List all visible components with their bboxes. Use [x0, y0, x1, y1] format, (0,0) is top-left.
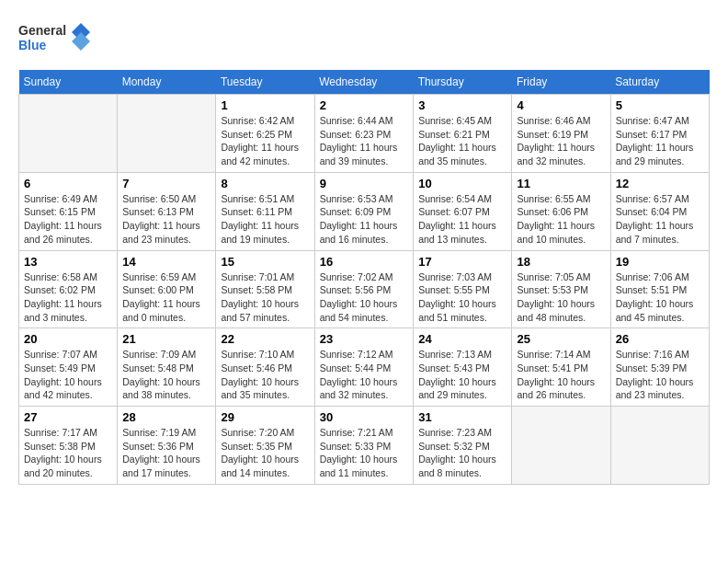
calendar-cell: [118, 95, 216, 173]
day-info: Sunrise: 7:06 AMSunset: 5:51 PMDaylight:…: [616, 270, 704, 325]
calendar-cell: 21Sunrise: 7:09 AMSunset: 5:48 PMDayligh…: [118, 328, 216, 407]
day-info: Sunrise: 7:12 AMSunset: 5:44 PMDaylight:…: [320, 348, 409, 402]
day-number: 25: [517, 332, 605, 346]
day-number: 23: [320, 332, 409, 346]
day-info: Sunrise: 7:14 AMSunset: 5:41 PMDaylight:…: [517, 348, 605, 402]
day-info: Sunrise: 6:46 AMSunset: 6:19 PMDaylight:…: [517, 114, 605, 168]
weekday-header-sunday: Sunday: [19, 70, 118, 95]
day-number: 29: [221, 410, 309, 424]
calendar-cell: 13Sunrise: 6:58 AMSunset: 6:02 PMDayligh…: [19, 250, 118, 328]
day-info: Sunrise: 6:44 AMSunset: 6:23 PMDaylight:…: [320, 114, 409, 168]
calendar-cell: 4Sunrise: 6:46 AMSunset: 6:19 PMDaylight…: [512, 95, 610, 173]
day-number: 12: [616, 177, 704, 190]
day-info: Sunrise: 7:21 AMSunset: 5:33 PMDaylight:…: [320, 426, 409, 480]
day-info: Sunrise: 6:57 AMSunset: 6:04 PMDaylight:…: [616, 192, 704, 247]
calendar-cell: [512, 407, 610, 485]
calendar-cell: 14Sunrise: 6:59 AMSunset: 6:00 PMDayligh…: [118, 250, 216, 328]
calendar-cell: 25Sunrise: 7:14 AMSunset: 5:41 PMDayligh…: [512, 328, 610, 407]
day-number: 27: [24, 410, 112, 424]
weekday-header-saturday: Saturday: [610, 70, 709, 95]
weekday-header-wednesday: Wednesday: [314, 70, 414, 95]
day-number: 26: [616, 332, 704, 346]
day-number: 6: [24, 177, 112, 190]
day-info: Sunrise: 7:01 AMSunset: 5:58 PMDaylight:…: [221, 270, 309, 325]
calendar-cell: 5Sunrise: 6:47 AMSunset: 6:17 PMDaylight…: [610, 95, 709, 173]
day-info: Sunrise: 7:13 AMSunset: 5:43 PMDaylight:…: [418, 348, 506, 402]
calendar-cell: 26Sunrise: 7:16 AMSunset: 5:39 PMDayligh…: [610, 328, 709, 407]
calendar-cell: 8Sunrise: 6:51 AMSunset: 6:11 PMDaylight…: [216, 172, 314, 250]
day-number: 24: [418, 332, 506, 346]
weekday-header-monday: Monday: [118, 70, 216, 95]
calendar-cell: 30Sunrise: 7:21 AMSunset: 5:33 PMDayligh…: [314, 407, 414, 485]
day-number: 1: [221, 98, 309, 112]
calendar-cell: 7Sunrise: 6:50 AMSunset: 6:13 PMDaylight…: [118, 172, 216, 250]
calendar-week-1: 1Sunrise: 6:42 AMSunset: 6:25 PMDaylight…: [19, 95, 710, 173]
day-info: Sunrise: 6:42 AMSunset: 6:25 PMDaylight:…: [221, 114, 309, 168]
day-info: Sunrise: 6:55 AMSunset: 6:06 PMDaylight:…: [517, 192, 605, 247]
day-number: 28: [122, 410, 210, 424]
calendar-cell: 17Sunrise: 7:03 AMSunset: 5:55 PMDayligh…: [414, 250, 512, 328]
day-number: 20: [24, 332, 112, 346]
weekday-header-tuesday: Tuesday: [216, 70, 314, 95]
calendar-cell: 12Sunrise: 6:57 AMSunset: 6:04 PMDayligh…: [610, 172, 709, 250]
day-number: 8: [221, 177, 309, 190]
day-number: 16: [320, 255, 409, 269]
day-info: Sunrise: 7:09 AMSunset: 5:48 PMDaylight:…: [122, 348, 210, 402]
day-info: Sunrise: 6:51 AMSunset: 6:11 PMDaylight:…: [221, 192, 309, 247]
weekday-header-friday: Friday: [512, 70, 610, 95]
calendar-cell: 20Sunrise: 7:07 AMSunset: 5:49 PMDayligh…: [19, 328, 118, 407]
calendar-cell: 15Sunrise: 7:01 AMSunset: 5:58 PMDayligh…: [216, 250, 314, 328]
day-number: 3: [418, 98, 506, 112]
day-info: Sunrise: 6:58 AMSunset: 6:02 PMDaylight:…: [24, 270, 112, 325]
day-info: Sunrise: 6:50 AMSunset: 6:13 PMDaylight:…: [122, 192, 210, 247]
calendar-cell: 10Sunrise: 6:54 AMSunset: 6:07 PMDayligh…: [414, 172, 512, 250]
calendar-cell: 1Sunrise: 6:42 AMSunset: 6:25 PMDaylight…: [216, 95, 314, 173]
day-number: 15: [221, 255, 309, 269]
calendar-cell: 2Sunrise: 6:44 AMSunset: 6:23 PMDaylight…: [314, 95, 414, 173]
day-number: 7: [122, 177, 210, 190]
day-info: Sunrise: 6:59 AMSunset: 6:00 PMDaylight:…: [122, 270, 210, 325]
calendar-week-5: 27Sunrise: 7:17 AMSunset: 5:38 PMDayligh…: [19, 407, 710, 485]
calendar-week-4: 20Sunrise: 7:07 AMSunset: 5:49 PMDayligh…: [19, 328, 710, 407]
day-number: 30: [320, 410, 409, 424]
day-number: 17: [418, 255, 506, 269]
calendar-cell: 28Sunrise: 7:19 AMSunset: 5:36 PMDayligh…: [118, 407, 216, 485]
svg-text:General: General: [18, 23, 66, 38]
day-info: Sunrise: 6:54 AMSunset: 6:07 PMDaylight:…: [418, 192, 506, 247]
day-info: Sunrise: 6:47 AMSunset: 6:17 PMDaylight:…: [616, 114, 704, 168]
day-info: Sunrise: 7:03 AMSunset: 5:55 PMDaylight:…: [418, 270, 506, 325]
calendar-cell: 29Sunrise: 7:20 AMSunset: 5:35 PMDayligh…: [216, 407, 314, 485]
day-number: 5: [616, 98, 704, 112]
weekday-header-thursday: Thursday: [414, 70, 512, 95]
day-number: 2: [320, 98, 409, 112]
day-number: 21: [122, 332, 210, 346]
day-info: Sunrise: 7:20 AMSunset: 5:35 PMDaylight:…: [221, 426, 309, 480]
calendar-cell: 16Sunrise: 7:02 AMSunset: 5:56 PMDayligh…: [314, 250, 414, 328]
day-info: Sunrise: 7:23 AMSunset: 5:32 PMDaylight:…: [418, 426, 506, 480]
day-number: 11: [517, 177, 605, 190]
day-number: 18: [517, 255, 605, 269]
calendar-cell: 18Sunrise: 7:05 AMSunset: 5:53 PMDayligh…: [512, 250, 610, 328]
day-info: Sunrise: 7:17 AMSunset: 5:38 PMDaylight:…: [24, 426, 112, 480]
calendar-week-2: 6Sunrise: 6:49 AMSunset: 6:15 PMDaylight…: [19, 172, 710, 250]
calendar-cell: 9Sunrise: 6:53 AMSunset: 6:09 PMDaylight…: [314, 172, 414, 250]
calendar-cell: 6Sunrise: 6:49 AMSunset: 6:15 PMDaylight…: [19, 172, 118, 250]
day-info: Sunrise: 6:53 AMSunset: 6:09 PMDaylight:…: [320, 192, 409, 247]
logo: General Blue: [18, 18, 92, 55]
day-info: Sunrise: 7:19 AMSunset: 5:36 PMDaylight:…: [122, 426, 210, 480]
day-info: Sunrise: 7:10 AMSunset: 5:46 PMDaylight:…: [221, 348, 309, 402]
calendar-week-3: 13Sunrise: 6:58 AMSunset: 6:02 PMDayligh…: [19, 250, 710, 328]
day-info: Sunrise: 6:45 AMSunset: 6:21 PMDaylight:…: [418, 114, 506, 168]
calendar-table: SundayMondayTuesdayWednesdayThursdayFrid…: [18, 70, 710, 485]
day-number: 22: [221, 332, 309, 346]
day-info: Sunrise: 7:05 AMSunset: 5:53 PMDaylight:…: [517, 270, 605, 325]
day-info: Sunrise: 6:49 AMSunset: 6:15 PMDaylight:…: [24, 192, 112, 247]
day-number: 9: [320, 177, 409, 190]
logo-svg: General Blue: [18, 18, 92, 55]
calendar-cell: 22Sunrise: 7:10 AMSunset: 5:46 PMDayligh…: [216, 328, 314, 407]
calendar-cell: 19Sunrise: 7:06 AMSunset: 5:51 PMDayligh…: [610, 250, 709, 328]
calendar-cell: 11Sunrise: 6:55 AMSunset: 6:06 PMDayligh…: [512, 172, 610, 250]
calendar-cell: 3Sunrise: 6:45 AMSunset: 6:21 PMDaylight…: [414, 95, 512, 173]
calendar-cell: 24Sunrise: 7:13 AMSunset: 5:43 PMDayligh…: [414, 328, 512, 407]
day-number: 19: [616, 255, 704, 269]
